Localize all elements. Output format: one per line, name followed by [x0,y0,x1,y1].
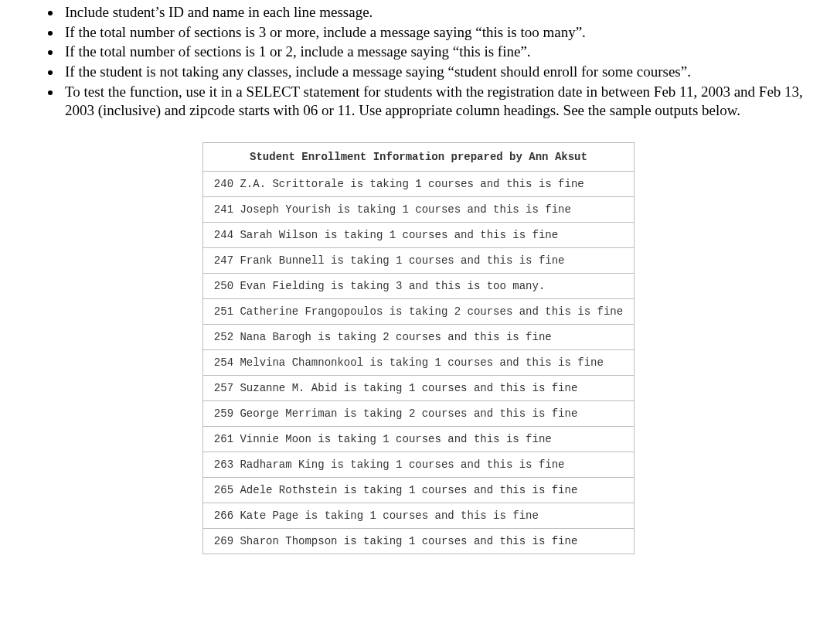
output-row: 252 Nana Barogh is taking 2 courses and … [202,325,634,350]
instruction-item: To test the function, use it in a SELECT… [62,83,806,121]
output-row: 254 Melvina Chamnonkool is taking 1 cour… [202,350,634,376]
output-row: 250 Evan Fielding is taking 3 and this i… [202,274,634,299]
output-row: 266 Kate Page is taking 1 courses and th… [202,503,634,529]
output-row: 240 Z.A. Scrittorale is taking 1 courses… [202,172,634,197]
output-row: 261 Vinnie Moon is taking 1 courses and … [202,427,634,452]
output-table-wrap: Student Enrollment Information prepared … [31,142,806,554]
output-row: 257 Suzanne M. Abid is taking 1 courses … [202,376,634,401]
instruction-item: If the total number of sections is 3 or … [62,23,806,43]
output-row: 259 George Merriman is taking 2 courses … [202,401,634,427]
output-row: 241 Joseph Yourish is taking 1 courses a… [202,197,634,223]
output-row: 265 Adele Rothstein is taking 1 courses … [202,478,634,503]
output-row: 247 Frank Bunnell is taking 1 courses an… [202,248,634,274]
output-table: Student Enrollment Information prepared … [202,142,635,554]
document-content: Include student’s ID and name in each li… [0,0,837,554]
instruction-list: Include student’s ID and name in each li… [31,3,806,121]
output-row: 244 Sarah Wilson is taking 1 courses and… [202,223,634,248]
output-row: 251 Catherine Frangopoulos is taking 2 c… [202,299,634,325]
output-table-body: 240 Z.A. Scrittorale is taking 1 courses… [202,172,634,554]
output-table-header: Student Enrollment Information prepared … [202,143,634,172]
output-row: 269 Sharon Thompson is taking 1 courses … [202,529,634,554]
output-row: 263 Radharam King is taking 1 courses an… [202,452,634,478]
instruction-item: Include student’s ID and name in each li… [62,3,806,22]
instruction-item: If the total number of sections is 1 or … [62,43,806,62]
instruction-item: If the student is not taking any classes… [62,63,806,82]
